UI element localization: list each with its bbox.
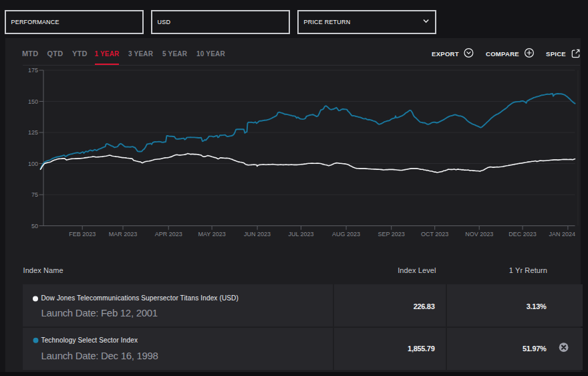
svg-text:JUL 2023: JUL 2023 [288,231,313,238]
svg-text:SEP 2023: SEP 2023 [378,231,405,238]
svg-text:125: 125 [28,129,38,136]
svg-text:OCT 2023: OCT 2023 [421,231,448,238]
svg-text:150: 150 [28,98,38,105]
svg-text:APR 2023: APR 2023 [155,231,182,238]
svg-text:75: 75 [31,191,38,198]
svg-text:50: 50 [31,223,38,229]
svg-text:MAY 2023: MAY 2023 [198,231,225,238]
svg-text:FEB 2023: FEB 2023 [69,231,96,238]
svg-text:175: 175 [28,67,38,74]
svg-text:100: 100 [28,161,38,167]
svg-text:MAR 2023: MAR 2023 [109,231,138,238]
svg-text:DEC 2023: DEC 2023 [508,231,537,238]
svg-text:AUG 2023: AUG 2023 [332,231,360,238]
svg-text:JUN 2023: JUN 2023 [244,231,271,238]
svg-text:NOV 2023: NOV 2023 [465,231,493,238]
svg-text:JAN 2024: JAN 2024 [549,231,575,238]
